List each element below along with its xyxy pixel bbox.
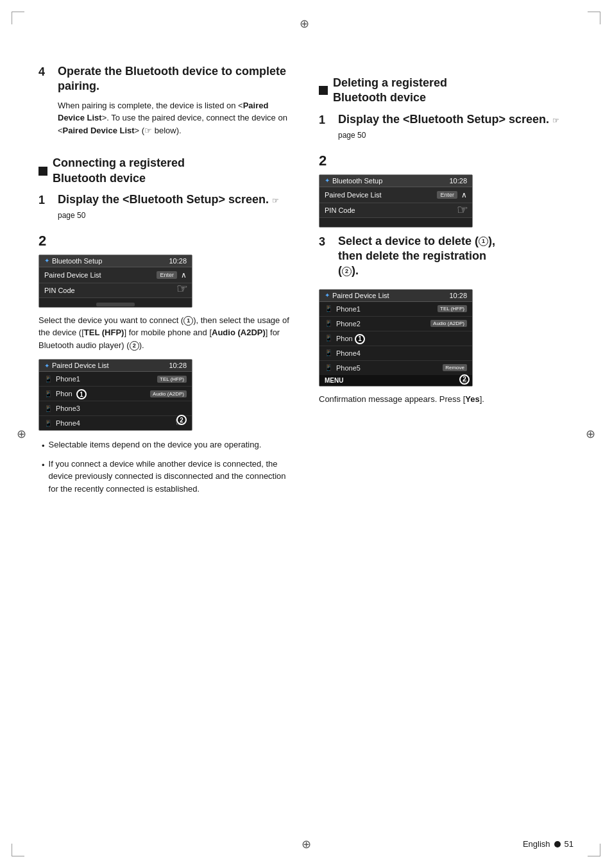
del-tag-4: Remove — [443, 364, 467, 371]
paired-row-delete-4: 📱 Phone5 Remove — [319, 361, 472, 375]
step4-content: Operate the Bluetooth device to complete… — [58, 64, 293, 144]
deleting-step1-content: Display the <Bluetooth Setup> screen. ☞ … — [338, 112, 574, 147]
paired-header-delete: ✦ Paired Device List 10:28 — [319, 290, 472, 302]
crosshair-bottom — [302, 837, 311, 851]
bullet-item-1: • If you connect a device while another … — [42, 458, 293, 496]
tag-phone2: Audio (A2DP) — [150, 390, 187, 397]
device-icon-0: 📱 — [44, 376, 52, 383]
del-icon-3: 📱 — [325, 349, 332, 356]
bt-row1-label: Paired Device List — [44, 271, 101, 279]
bullet-text-1: If you connect a device while another de… — [49, 458, 293, 496]
deleting-step1-title: Display the <Bluetooth Setup> screen. ☞ … — [338, 112, 574, 142]
corner-bl — [12, 844, 24, 856]
step4-title: Operate the Bluetooth device to complete… — [58, 64, 293, 94]
confirmation-text: Confirmation message appears. Press [Yes… — [319, 393, 574, 406]
device-name-0: Phone1 — [56, 375, 80, 383]
bt-icon-connect: ✦ — [44, 362, 49, 369]
delete-phone2: 📱 Phone2 — [325, 320, 361, 328]
bt-screen2-header: ✦ Bluetooth Setup 10:28 — [319, 175, 472, 187]
deleting-title2: Bluetooth device — [333, 91, 426, 104]
deleting-step3-content: Select a device to delete (1), then dele… — [338, 234, 574, 284]
crosshair-left — [17, 427, 26, 441]
device-phone2: 📱 Phon — [44, 390, 72, 397]
bt-row1-controls: Enter ∧ — [157, 271, 187, 280]
deleting-section-title: Deleting a registered Bluetooth device — [333, 76, 447, 106]
paired-row-delete-2: 📱 Phon 1 — [319, 331, 472, 346]
deleting-step1-number: 1 — [319, 113, 332, 127]
bullet-list: • Selectable items depend on the device … — [38, 438, 293, 495]
step4-bold1: Paired Device List — [58, 101, 268, 123]
bt-row2-label: PIN Code — [44, 287, 75, 294]
paired-time-connect: 10:28 — [169, 362, 187, 369]
circle-1a: 1 — [183, 316, 193, 326]
bt-screen-2: ✦ Bluetooth Setup 10:28 Paired Device Li… — [319, 174, 473, 228]
deleting-title1: Deleting a registered — [333, 76, 447, 89]
connecting-step1-ref: ☞ page 50 — [58, 196, 279, 220]
connecting-icon — [38, 167, 47, 176]
page: 4 Operate the Bluetooth device to comple… — [0, 0, 612, 868]
col-left: 4 Operate the Bluetooth device to comple… — [38, 64, 293, 500]
device-phone1: 📱 Phone1 — [44, 375, 80, 383]
device-phone3: 📱 Phone3 — [44, 405, 80, 412]
del-name-3: Phone4 — [336, 349, 361, 357]
paired-title-connect: ✦ Paired Device List — [44, 362, 109, 369]
del-tag-0: TEL (HFP) — [438, 305, 467, 312]
connecting-step1-content: Display the <Bluetooth Setup> screen. ☞ … — [58, 192, 293, 228]
del-name-0: Phone1 — [336, 305, 361, 313]
step4-bold2: Paired Device List — [63, 126, 135, 135]
deleting-step3-number: 3 — [319, 235, 332, 249]
connecting-title1: Connecting a registered — [53, 156, 185, 169]
bullet-dot-1: • — [42, 459, 45, 496]
footer-page-number: 51 — [565, 839, 574, 849]
corner-tl — [12, 12, 24, 24]
connecting-section-title: Connecting a registered Bluetooth device — [53, 156, 185, 186]
bt2-row1-arrow: ∧ — [461, 190, 467, 199]
paired-row-delete-3: 📱 Phone4 — [319, 346, 472, 361]
bt2-row1-label: Paired Device List — [325, 191, 382, 199]
footer: English 51 — [523, 839, 574, 849]
hand-cursor-2: ☞ — [457, 202, 468, 217]
deleting-step3-title: Select a device to delete (1), then dele… — [338, 234, 574, 279]
confirm-text-2: ]. — [480, 394, 484, 404]
bt-row1-arrow: ∧ — [181, 271, 187, 280]
paired-title-text-delete: Paired Device List — [332, 292, 389, 299]
footer-language: English — [523, 839, 550, 849]
connecting-step1-number: 1 — [38, 194, 51, 207]
bt2-row1-value: Enter — [437, 191, 457, 199]
del-icon-4: 📱 — [325, 364, 332, 371]
connecting-section-header: Connecting a registered Bluetooth device — [38, 156, 293, 186]
del-tag-1: Audio (A2DP) — [430, 320, 467, 327]
bt-screen1-bottom — [39, 298, 192, 307]
delete-phone4: 📱 Phone4 — [325, 349, 361, 357]
device-icon-3: 📱 — [44, 420, 52, 427]
bt2-row2-label: PIN Code — [325, 206, 355, 214]
connecting-title2: Bluetooth device — [53, 172, 146, 185]
hand-cursor-1: ☞ — [176, 281, 188, 296]
step4-row: 4 Operate the Bluetooth device to comple… — [38, 64, 293, 144]
del-icon-2: 📱 — [325, 335, 332, 342]
confirm-yes: Yes — [465, 394, 479, 404]
audio-bold: Audio (A2DP) — [212, 328, 266, 337]
step4-body: When pairing is complete, the device is … — [58, 99, 293, 137]
bt-screen2-title: ✦ Bluetooth Setup — [325, 177, 382, 185]
bluetooth-icon-1: ✦ — [44, 257, 49, 264]
del-name-1: Phone2 — [336, 320, 361, 328]
deleting-step1-row: 1 Display the <Bluetooth Setup> screen. … — [319, 112, 574, 147]
paired-row-connect-3: 📱 Phone4 — [39, 416, 192, 430]
bullet-text-0: Selectable items depend on the device yo… — [49, 438, 262, 453]
circle-1b: 1 — [479, 237, 488, 246]
connecting-body-text: Select the device you want to connect (1… — [38, 314, 293, 352]
step4-number: 4 — [38, 65, 51, 79]
circle-2b: 2 — [342, 267, 352, 276]
circle-2a: 2 — [130, 341, 139, 351]
paired-time-delete: 10:28 — [449, 292, 467, 299]
paired-title-delete: ✦ Paired Device List — [325, 292, 389, 299]
paired-row-connect-0: 📱 Phone1 TEL (HFP) — [39, 372, 192, 387]
deleting-step3-row: 3 Select a device to delete (1), then de… — [319, 234, 574, 284]
device-name-1: Phon — [56, 390, 72, 397]
bt2-row1-controls: Enter ∧ — [437, 190, 467, 199]
del-name-2: Phon — [336, 335, 353, 342]
del-icon-1: 📱 — [325, 320, 332, 327]
bt-screen1-time: 10:28 — [169, 257, 187, 265]
bt-screen2-row1: Paired Device List Enter ∧ — [319, 187, 472, 203]
